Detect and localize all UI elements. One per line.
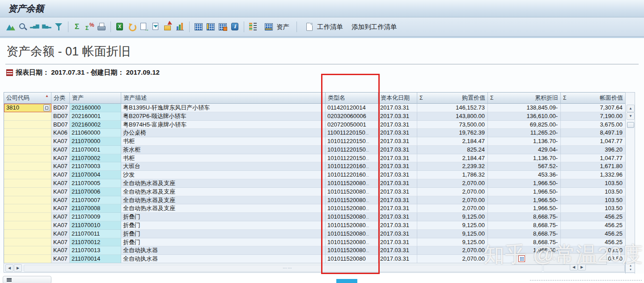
- cell-asset[interactable]: 211070008: [70, 204, 121, 213]
- cell-asset[interactable]: 211070003: [70, 162, 121, 171]
- cell-acq[interactable]: 2,070.00: [417, 188, 488, 196]
- worklist-button[interactable]: 工作清单: [301, 21, 347, 33]
- cell-cls[interactable]: BD07: [51, 121, 70, 129]
- cell-capdate[interactable]: 2017.03.31: [378, 104, 417, 112]
- column-header-book[interactable]: Σ帐面价值: [561, 93, 626, 104]
- cell-company[interactable]: [4, 246, 51, 255]
- grid-view-icon[interactable]: [193, 21, 204, 32]
- cell-type[interactable]: 110011220150: [326, 129, 378, 137]
- cell-asset[interactable]: 211070002: [70, 154, 121, 163]
- cell-type[interactable]: 011420120014: [326, 104, 378, 112]
- cell-type[interactable]: 101011220160: [326, 162, 378, 171]
- scroll-down-icon[interactable]: [627, 112, 635, 120]
- abc-analysis-icon[interactable]: [248, 21, 258, 32]
- cell-dep[interactable]: 453.36-: [488, 171, 561, 179]
- cell-book[interactable]: 8,497.19: [561, 129, 626, 137]
- cell-desc[interactable]: 粤B974H5-富康牌小轿车: [121, 121, 326, 129]
- cell-dep[interactable]: 1,136.70-: [488, 154, 561, 163]
- cell-desc[interactable]: 粤B1395U-轩逸牌东风日产小轿车: [121, 104, 326, 112]
- scroll-up-icon[interactable]: [627, 105, 635, 112]
- cell-dep[interactable]: 69,825.00-: [488, 121, 561, 129]
- send-mail-icon[interactable]: [163, 21, 174, 32]
- cell-asset[interactable]: 211070014: [70, 255, 121, 263]
- cell-capdate[interactable]: 2017.03.31: [378, 162, 417, 171]
- cell-book[interactable]: 7,307.64: [561, 104, 626, 112]
- cell-cls[interactable]: KA07: [51, 230, 70, 238]
- cell-capdate[interactable]: 2017.03.31: [378, 137, 417, 146]
- cell-book[interactable]: 456.25: [561, 221, 626, 230]
- column-header-capdate[interactable]: 资本化日期: [378, 93, 417, 104]
- cell-book[interactable]: 103.50: [561, 204, 626, 213]
- cell-desc[interactable]: 沙发: [121, 171, 326, 179]
- cell-asset[interactable]: 211070006: [70, 188, 121, 196]
- cell-dep[interactable]: 1,966.50-: [488, 196, 561, 205]
- cell-book[interactable]: 103.50: [561, 179, 626, 188]
- cell-company[interactable]: [4, 154, 51, 163]
- select-layout-icon[interactable]: [205, 21, 216, 32]
- cell-capdate[interactable]: 2017.03.31: [378, 188, 417, 196]
- cell-capdate[interactable]: 2017.03.31: [378, 221, 417, 230]
- cell-dep[interactable]: 567.52-: [488, 162, 561, 171]
- cell-company[interactable]: [4, 213, 51, 221]
- cell-type[interactable]: 101011520080: [326, 188, 378, 196]
- cell-dep[interactable]: 11,265.20-: [488, 129, 561, 137]
- cell-cls[interactable]: KA07: [51, 162, 70, 171]
- cell-book[interactable]: 103.50: [561, 196, 626, 205]
- cell-acq[interactable]: 9,125.00: [417, 221, 488, 230]
- local-file-icon[interactable]: [151, 21, 161, 32]
- cell-capdate[interactable]: 2017.03.31: [378, 154, 417, 163]
- cell-dep[interactable]: 1,966.50-: [488, 188, 561, 196]
- cell-asset[interactable]: 211070011: [70, 230, 121, 238]
- cell-capdate[interactable]: 2017.03.31: [378, 112, 417, 121]
- cell-asset[interactable]: 202160001: [70, 112, 121, 121]
- cell-cls[interactable]: BD07: [51, 104, 70, 112]
- cell-acq[interactable]: 2,070.00: [417, 196, 488, 205]
- cell-cls[interactable]: KA07: [51, 146, 70, 154]
- cell-company[interactable]: [4, 162, 51, 171]
- sort-descending-icon[interactable]: [42, 21, 52, 32]
- cell-acq[interactable]: 2,239.32: [417, 162, 488, 171]
- cell-cls[interactable]: KA07: [51, 213, 70, 221]
- find-icon[interactable]: [17, 21, 28, 32]
- cell-company[interactable]: [4, 121, 51, 129]
- cell-capdate[interactable]: 2017.03.31: [378, 213, 417, 221]
- cell-book[interactable]: 3,675.00: [561, 121, 626, 129]
- cell-company[interactable]: [4, 221, 51, 230]
- cell-type[interactable]: 101011520080: [326, 221, 378, 230]
- cell-acq[interactable]: 2,184.47: [417, 154, 488, 163]
- cell-company[interactable]: [4, 171, 51, 179]
- cell-company[interactable]: [4, 188, 51, 196]
- cell-book[interactable]: 456.25: [561, 230, 626, 238]
- word-processing-icon[interactable]: [127, 21, 137, 32]
- cell-cls[interactable]: KA07: [51, 246, 70, 255]
- cell-cls[interactable]: KA07: [51, 154, 70, 163]
- cell-capdate[interactable]: 2017.03.31: [378, 179, 417, 188]
- cell-cls[interactable]: KA07: [51, 188, 70, 196]
- cell-type[interactable]: 101011520080: [326, 255, 378, 263]
- cell-asset[interactable]: 202160000: [70, 104, 121, 112]
- select-detail-icon[interactable]: [5, 21, 16, 32]
- cell-cls[interactable]: KA06: [51, 129, 70, 137]
- cell-dep[interactable]: 8,668.75-: [488, 221, 561, 230]
- cell-asset[interactable]: 211070001: [70, 146, 121, 154]
- cell-type[interactable]: 101011520080: [326, 230, 378, 238]
- cell-dep[interactable]: 8,668.75-: [488, 230, 561, 238]
- cell-dep[interactable]: 1,966.50-: [488, 204, 561, 213]
- cell-company[interactable]: [4, 112, 51, 121]
- cell-cls[interactable]: KA07: [51, 171, 70, 179]
- asset-button[interactable]: 资产: [260, 21, 293, 33]
- cell-desc[interactable]: 全自动热水器及支座: [121, 179, 326, 188]
- cell-capdate[interactable]: 2017.03.31: [378, 171, 417, 179]
- save-layout-icon[interactable]: [217, 21, 228, 32]
- matchcode-button[interactable]: [43, 105, 50, 111]
- cell-acq[interactable]: 9,125.00: [417, 238, 488, 247]
- cell-cls[interactable]: KA07: [51, 238, 70, 247]
- scroll-left-icon[interactable]: [5, 264, 13, 272]
- cell-desc[interactable]: 办公桌椅: [121, 129, 326, 137]
- info-icon[interactable]: [229, 21, 240, 32]
- cell-asset[interactable]: 211070010: [70, 221, 121, 230]
- cell-company[interactable]: [4, 146, 51, 154]
- cell-acq[interactable]: 143,800.00: [417, 112, 488, 121]
- cell-company[interactable]: [4, 129, 51, 137]
- cell-acq[interactable]: 2,070.00: [417, 179, 488, 188]
